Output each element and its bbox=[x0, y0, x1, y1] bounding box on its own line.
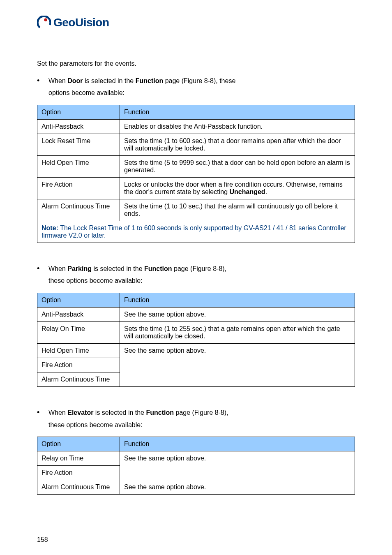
th-option: Option bbox=[37, 293, 120, 307]
th-option: Option bbox=[37, 105, 120, 119]
table-row: Alarm Continuous Time See the same optio… bbox=[37, 480, 355, 495]
func-held-open: Sets the time (5 to 9999 sec.) that a do… bbox=[120, 155, 355, 177]
bullet-dot-icon: • bbox=[37, 409, 48, 416]
opt-alarm-cont: Alarm Continuous Time bbox=[37, 372, 120, 386]
table-row: Anti-Passback Enables or disables the An… bbox=[37, 119, 355, 134]
opt-alarm-cont: Alarm Continuous Time bbox=[37, 480, 120, 495]
th-function: Function bbox=[120, 437, 355, 451]
intro-text: Set the parameters for the events. bbox=[37, 58, 355, 69]
bullet-1-text: When Door is selected in the Function pa… bbox=[48, 76, 355, 86]
elevator-options-table: Option Function Relay on Time See the sa… bbox=[37, 437, 355, 495]
th-function: Function bbox=[120, 293, 355, 307]
opt-fire-action: Fire Action bbox=[37, 466, 120, 480]
func-lock-reset: Sets the time (1 to 600 sec.) that a doo… bbox=[120, 134, 355, 155]
func-shared-1: See the same option above. bbox=[120, 451, 355, 480]
th-option: Option bbox=[37, 437, 120, 451]
func-fire-action: Locks or unlocks the door when a fire co… bbox=[120, 177, 355, 199]
geovision-logo-icon bbox=[37, 16, 51, 30]
table-row: Relay on Time See the same option above. bbox=[37, 451, 355, 466]
opt-lock-reset: Lock Reset Time bbox=[37, 134, 120, 155]
svg-point-1 bbox=[44, 18, 47, 21]
opt-anti-passback: Anti-Passback bbox=[37, 119, 120, 134]
parking-options-table: Option Function Anti-Passback See the sa… bbox=[37, 293, 355, 387]
func-alarm-cont: See the same option above. bbox=[120, 480, 355, 495]
opt-fire-action: Fire Action bbox=[37, 177, 120, 199]
opt-fire-action: Fire Action bbox=[37, 358, 120, 372]
bullet-1-cont: options become available: bbox=[48, 88, 355, 98]
bullet-dot-icon: • bbox=[37, 265, 48, 272]
opt-anti-passback: Anti-Passback bbox=[37, 307, 120, 321]
table-row: Alarm Continuous Time Sets the time (1 t… bbox=[37, 199, 355, 221]
opt-held-open: Held Open Time bbox=[37, 155, 120, 177]
func-anti-passback: See the same option above. bbox=[120, 307, 355, 321]
func-relay-on: Sets the time (1 to 255 sec.) that a gat… bbox=[120, 321, 355, 343]
func-anti-passback: Enables or disables the Anti-Passback fu… bbox=[120, 119, 355, 134]
opt-held-open: Held Open Time bbox=[37, 343, 120, 358]
table-row: Fire Action Locks or unlocks the door wh… bbox=[37, 177, 355, 199]
bullet-dot-icon: • bbox=[37, 77, 48, 84]
table-row: Relay On Time Sets the time (1 to 255 se… bbox=[37, 321, 355, 343]
note-text: The Lock Reset Time of 1 to 600 seconds … bbox=[42, 224, 346, 239]
func-shared: See the same option above. bbox=[120, 343, 355, 386]
svg-point-0 bbox=[37, 16, 51, 30]
brand-logo: GeoUision bbox=[37, 16, 355, 30]
bullet-3-text: When Elevator is selected in the Functio… bbox=[48, 407, 355, 418]
note-label: Note: bbox=[42, 224, 60, 231]
opt-alarm-cont: Alarm Continuous Time bbox=[37, 199, 120, 221]
table-note-row: Note: The Lock Reset Time of 1 to 600 se… bbox=[37, 221, 355, 243]
table-row: Anti-Passback See the same option above. bbox=[37, 307, 355, 321]
table-row: Lock Reset Time Sets the time (1 to 600 … bbox=[37, 134, 355, 155]
opt-relay-on: Relay On Time bbox=[37, 321, 120, 343]
opt-relay-on: Relay on Time bbox=[37, 451, 120, 466]
bullet-2-cont: these options become available: bbox=[48, 275, 355, 286]
door-options-table: Option Function Anti-Passback Enables or… bbox=[37, 105, 355, 243]
bullet-3-cont: these options become available: bbox=[48, 420, 355, 430]
page-number: 158 bbox=[37, 536, 48, 543]
brand-name: GeoUision bbox=[53, 16, 109, 29]
table-row: Held Open Time See the same option above… bbox=[37, 343, 355, 358]
bullet-2-text: When Parking is selected in the Function… bbox=[48, 264, 355, 274]
table-row: Held Open Time Sets the time (5 to 9999 … bbox=[37, 155, 355, 177]
func-alarm-cont: Sets the time (1 to 10 sec.) that the al… bbox=[120, 199, 355, 221]
th-function: Function bbox=[120, 105, 355, 119]
